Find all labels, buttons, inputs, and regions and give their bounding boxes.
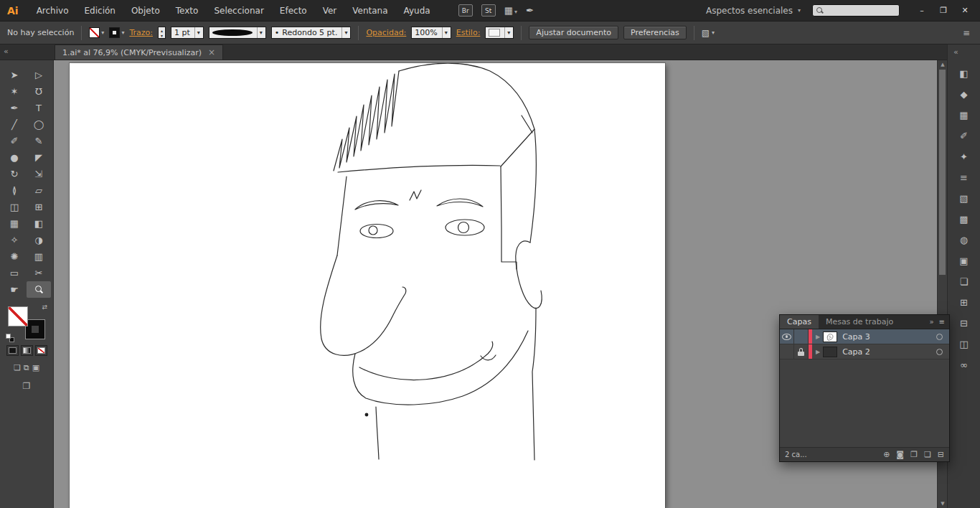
color-button[interactable] (6, 345, 19, 356)
menu-seleccionar[interactable]: Seleccionar (206, 0, 271, 22)
artboard-tool[interactable]: ▭ (2, 265, 27, 281)
eye-icon[interactable] (782, 334, 791, 340)
workspace-switcher[interactable]: Aspectos esenciales ▾ (706, 6, 801, 16)
scroll-down-icon[interactable]: ▼ (938, 499, 948, 508)
select-similar-control[interactable]: ▧ ▾ (702, 28, 715, 38)
transparency-panel-icon[interactable]: ▩ (955, 212, 974, 227)
mesh-tool[interactable]: ▦ (2, 215, 27, 232)
brushes-panel-icon[interactable]: ✐ (955, 128, 974, 144)
fill-color-swatch[interactable] (89, 27, 100, 38)
clipping-mask-icon[interactable]: ◙ (896, 450, 904, 459)
scale-tool[interactable]: ⇲ (27, 166, 51, 182)
bridge-button[interactable]: Br (458, 4, 473, 17)
menu-ventana[interactable]: Ventana (344, 0, 395, 22)
menu-objeto[interactable]: Objeto (123, 0, 168, 22)
type-tool[interactable]: T (27, 100, 51, 116)
tab-close-icon[interactable]: × (208, 47, 215, 57)
target-circle-icon[interactable] (936, 349, 943, 355)
brush-definition-select[interactable]: • Redondo 5 pt. ▾ (271, 27, 352, 39)
scroll-up-icon[interactable]: ▲ (938, 60, 948, 69)
draw-inside-button[interactable]: ▣ (32, 363, 39, 372)
eyedropper-tool[interactable]: ✧ (2, 232, 27, 248)
menu-ayuda[interactable]: Ayuda (396, 0, 438, 22)
collapse-tools-icon[interactable]: « (4, 47, 9, 56)
slice-tool[interactable]: ✂ (27, 265, 51, 281)
column-graph-tool[interactable]: ▥ (27, 248, 51, 265)
color-panel-icon[interactable]: ◧ (955, 66, 974, 81)
gradient-tool[interactable]: ◧ (27, 215, 51, 232)
layer-row-capa-3[interactable]: ▶Capa 3 (780, 329, 949, 344)
lock-cell[interactable] (794, 344, 809, 359)
direct-selection-tool[interactable]: ▷ (27, 67, 51, 83)
lasso-tool[interactable]: Ʊ (27, 83, 51, 100)
lock-icon[interactable] (798, 348, 804, 356)
stock-button[interactable]: St (481, 4, 496, 17)
opacity-label[interactable]: Opacidad: (366, 28, 406, 37)
stroke-weight-select[interactable]: 1 pt ▾ (171, 27, 204, 39)
width-profile-select[interactable]: ▾ (209, 27, 266, 39)
free-transform-tool[interactable]: ▱ (27, 182, 51, 199)
symbol-sprayer-tool[interactable]: ✺ (2, 248, 27, 265)
perspective-grid-tool[interactable]: ⊞ (27, 199, 51, 215)
graphic-styles-panel-icon[interactable]: ▣ (955, 253, 974, 268)
ellipse-tool[interactable]: ◯ (27, 116, 51, 133)
line-segment-tool[interactable]: ╱ (2, 116, 27, 133)
preferences-button[interactable]: Preferencias (623, 26, 687, 39)
stroke-color-control[interactable]: ▾ (109, 27, 124, 38)
stroke-weight-label[interactable]: Trazo: (129, 28, 153, 37)
document-tab[interactable]: 1.ai* al 76,9% (CMYK/Previsualizar) × (55, 44, 223, 60)
stroke-swatch[interactable] (25, 319, 45, 339)
screen-mode-button[interactable]: ❐ (0, 381, 53, 391)
paintbrush-tool[interactable]: ✐ (2, 133, 27, 149)
swatches-panel-icon[interactable]: ▦ (955, 108, 974, 123)
fill-swatch[interactable] (8, 306, 28, 326)
layer-row-capa-2[interactable]: ▶Capa 2 (780, 344, 949, 359)
locate-object-icon[interactable]: ⊕ (883, 450, 890, 459)
stepper-up-icon[interactable]: ▴ (161, 28, 163, 33)
panel-menu-icon[interactable]: ≡ (939, 318, 945, 326)
fill-color-control[interactable]: ▾ (89, 27, 104, 38)
artboard[interactable] (70, 63, 665, 508)
visibility-cell[interactable] (780, 329, 794, 344)
align-panel-icon[interactable]: ⊟ (955, 316, 974, 331)
tab-mesas-de-trabajo[interactable]: Mesas de trabajo (819, 315, 900, 329)
menu-texto[interactable]: Texto (168, 0, 207, 22)
scrollbar-thumb[interactable] (939, 70, 946, 275)
menu-edicion[interactable]: Edición (77, 0, 123, 22)
arrange-documents-icon[interactable]: ▦▾ (504, 5, 517, 16)
menu-ver[interactable]: Ver (315, 0, 345, 22)
restore-button[interactable]: ❐ (933, 0, 954, 22)
target-circle-icon[interactable] (936, 334, 943, 340)
appearance-panel-icon[interactable]: ◍ (955, 232, 974, 248)
opacity-select[interactable]: 100% ▾ (411, 27, 451, 39)
symbols-panel-icon[interactable]: ✦ (955, 149, 974, 164)
style-label[interactable]: Estilo: (456, 28, 481, 37)
expand-triangle-icon[interactable]: ▶ (816, 349, 820, 355)
panel-collapse-icon[interactable]: » (929, 318, 933, 326)
draw-normal-button[interactable]: ❏ (14, 363, 21, 372)
stroke-weight-stepper[interactable]: ▴ ▾ (158, 27, 166, 39)
stroke-color-swatch[interactable] (109, 27, 120, 38)
magic-wand-tool[interactable]: ✶ (2, 83, 27, 100)
stroke-panel-icon[interactable]: ≡ (955, 170, 974, 185)
layer-name[interactable]: Capa 3 (842, 332, 870, 342)
pen-tool[interactable]: ✒ (2, 100, 27, 116)
search-input[interactable] (826, 6, 895, 14)
hand-tool[interactable]: ☛ (2, 281, 27, 298)
control-panel-menu-icon[interactable]: ≡ (963, 28, 973, 38)
swap-fill-stroke-icon[interactable]: ⇄ (42, 304, 47, 311)
shape-builder-tool[interactable]: ◫ (2, 199, 27, 215)
gradient-panel-icon[interactable]: ▧ (955, 191, 974, 206)
visibility-cell[interactable] (780, 344, 794, 359)
new-sublayer-icon[interactable]: ❐ (910, 450, 918, 459)
lock-cell[interactable] (794, 329, 809, 344)
layer-thumbnail[interactable] (823, 331, 837, 342)
close-button[interactable]: ✕ (954, 0, 976, 22)
menu-efecto[interactable]: Efecto (272, 0, 315, 22)
search-box[interactable] (812, 4, 900, 17)
pencil-tool[interactable]: ✎ (27, 133, 51, 149)
eraser-tool[interactable]: ◤ (27, 149, 51, 166)
blend-tool[interactable]: ◑ (27, 232, 51, 248)
layers-panel-icon[interactable]: ❏ (955, 274, 974, 289)
stepper-down-icon[interactable]: ▾ (161, 33, 163, 38)
